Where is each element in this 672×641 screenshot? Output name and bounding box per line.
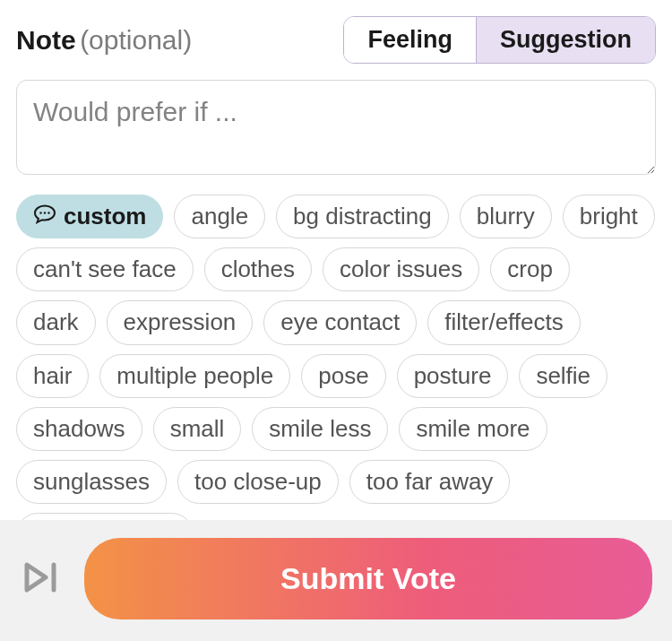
chip-smile-more[interactable]: smile more: [399, 407, 547, 451]
chip-multiple-people[interactable]: multiple people: [99, 354, 290, 398]
note-heading: Note (optional): [16, 25, 192, 56]
chip-pose[interactable]: pose: [301, 354, 385, 398]
chip-too-far-away[interactable]: too far away: [349, 460, 511, 504]
tab-suggestion[interactable]: Suggestion: [476, 17, 655, 63]
skip-button[interactable]: [20, 558, 66, 600]
skip-forward-icon: [22, 559, 65, 598]
chip-selfie[interactable]: selfie: [519, 354, 607, 398]
chip-smile-less[interactable]: smile less: [252, 407, 388, 451]
note-mode-toggle: Feeling Suggestion: [343, 16, 656, 64]
chip-custom-label: custom: [64, 203, 146, 230]
chip-too-close-up[interactable]: too close-up: [177, 460, 339, 504]
note-input[interactable]: [16, 80, 656, 175]
chip-blurry[interactable]: blurry: [460, 195, 552, 238]
chip-filter-effects[interactable]: filter/effects: [427, 300, 580, 344]
chip-eye-contact[interactable]: eye contact: [263, 300, 417, 344]
chip-expression[interactable]: expression: [107, 300, 254, 344]
chip-can-t-see-face[interactable]: can't see face: [16, 247, 194, 291]
chip-small[interactable]: small: [153, 407, 242, 451]
chip-shadows[interactable]: shadows: [16, 407, 142, 451]
submit-vote-button[interactable]: Submit Vote: [84, 538, 652, 619]
chip-bright[interactable]: bright: [563, 195, 655, 238]
chip-dark[interactable]: dark: [16, 300, 96, 344]
suggestion-chips: custom anglebg distractingblurrybrightca…: [16, 195, 656, 557]
chip-posture[interactable]: posture: [397, 354, 509, 398]
chip-hair[interactable]: hair: [16, 354, 89, 398]
svg-point-0: [39, 212, 41, 213]
svg-point-2: [47, 212, 49, 213]
chip-clothes[interactable]: clothes: [204, 247, 312, 291]
chip-color-issues[interactable]: color issues: [323, 247, 479, 291]
chip-sunglasses[interactable]: sunglasses: [16, 460, 167, 504]
note-optional: (optional): [80, 25, 192, 55]
svg-point-1: [44, 212, 46, 213]
note-label: Note: [16, 25, 76, 55]
tab-feeling[interactable]: Feeling: [344, 17, 476, 63]
footer-bar: Submit Vote: [0, 520, 672, 641]
chip-angle[interactable]: angle: [174, 195, 265, 238]
chip-custom[interactable]: custom: [16, 195, 163, 238]
chip-bg-distracting[interactable]: bg distracting: [276, 195, 449, 238]
chip-crop[interactable]: crop: [490, 247, 570, 291]
speech-bubble-icon: [33, 203, 56, 230]
